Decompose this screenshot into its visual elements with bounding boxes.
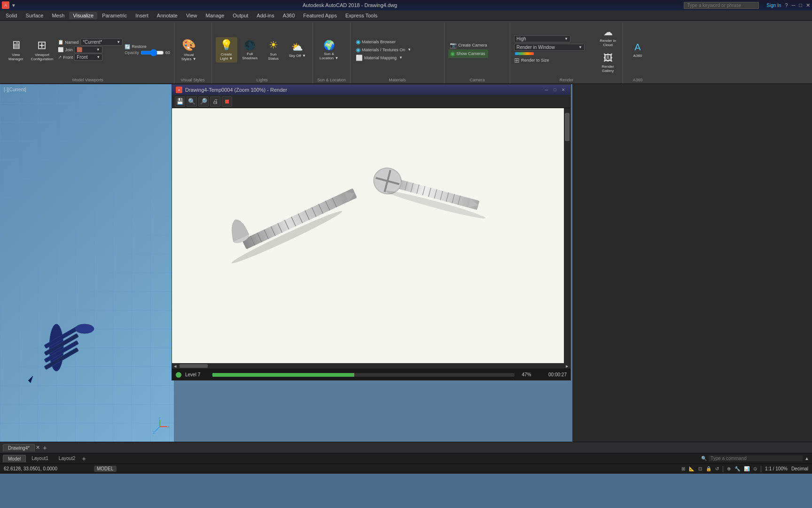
svg-point-5 [75, 324, 94, 333]
layout2-tab[interactable]: Layout2 [54, 455, 80, 462]
view-manager-label: ViewManager [8, 53, 23, 61]
menu-manage[interactable]: Manage [202, 12, 228, 19]
opacity-slider[interactable] [141, 50, 164, 56]
command-input[interactable] [709, 455, 803, 461]
materials-textures-btn[interactable]: ◉ Materials / Textures On ▼ [354, 46, 413, 54]
sun-location-btn[interactable]: 🌍 Sun &Location ▼ [317, 38, 341, 62]
render-restore-btn[interactable]: □ [552, 87, 558, 93]
menu-solid[interactable]: Solid [2, 12, 21, 19]
help-icon[interactable]: ? [785, 2, 788, 8]
menu-visualize[interactable]: Visualize [69, 12, 97, 19]
menu-surface[interactable]: Surface [22, 12, 47, 19]
quality-dropdown[interactable]: High ▼ [514, 35, 570, 42]
viewport-config-btn[interactable]: ⊞ ViewportConfiguration [28, 37, 56, 63]
sun-content: 🌍 Sun &Location ▼ [316, 23, 347, 77]
menu-addins[interactable]: Add-ins [253, 12, 278, 19]
command-expand-icon[interactable]: ▲ [804, 456, 809, 461]
show-cameras-btn[interactable]: ◉ Show Cameras [448, 49, 489, 58]
sun-location-icon: 🌍 [323, 40, 335, 51]
camera-label: Camera [447, 77, 507, 83]
close-btn[interactable]: ✕ [806, 2, 810, 8]
render-cloud-btn[interactable]: ☁ Render inCloud [597, 24, 619, 49]
status-icon-6[interactable]: ⊕ [727, 466, 731, 471]
create-light-btn[interactable]: 💡 CreateLight ▼ [216, 37, 237, 63]
add-layout-btn[interactable]: + [82, 455, 86, 462]
render-cloud-icon: ☁ [603, 26, 613, 38]
status-icon-4[interactable]: 🔒 [706, 466, 711, 471]
render-stop-btn[interactable]: ⏹ [222, 96, 232, 107]
render-window-dropdown[interactable]: Render in Window ▼ [514, 44, 585, 51]
scrollbar-thumb-v[interactable] [565, 113, 570, 141]
status-icon-8[interactable]: 📊 [744, 466, 750, 471]
menu-parametric[interactable]: Parametric [98, 12, 131, 19]
front-label[interactable]: Front [63, 55, 73, 60]
status-icon-3[interactable]: ⊡ [698, 466, 702, 471]
layout1-tab[interactable]: Layout1 [27, 455, 53, 462]
menu-annotate[interactable]: Annotate [153, 12, 181, 19]
status-icon-5[interactable]: ↺ [715, 466, 719, 471]
render-gallery-btn[interactable]: 🖼 RenderGallery [597, 51, 619, 75]
sky-off-btn[interactable]: ⛅ Sky Off ▼ [286, 40, 309, 60]
menu-view[interactable]: View [182, 12, 201, 19]
render-close-btn[interactable]: ✕ [560, 87, 567, 93]
front-dropdown[interactable]: Front ▼ [74, 54, 102, 61]
add-drawing-btn[interactable]: + [43, 444, 47, 452]
status-icon-1[interactable]: ⊞ [681, 466, 685, 471]
join-arrow: ▼ [96, 48, 100, 52]
scroll-left-btn[interactable]: ◂ [172, 363, 179, 369]
title-bar-left: A ▼ [2, 1, 16, 9]
status-icon-2[interactable]: 📐 [689, 466, 695, 471]
close-drawing-btn[interactable]: ✕ [36, 444, 40, 451]
visual-styles-btn[interactable]: 🎨 VisualStyles ▼ [178, 37, 200, 63]
join-label[interactable]: Join [65, 48, 73, 52]
render-window-arrow: ▼ [578, 45, 582, 49]
render-to-size-label[interactable]: Render to Size [521, 58, 549, 63]
progress-track [212, 373, 515, 377]
join-dropdown[interactable]: 🟫 ▼ [74, 46, 102, 53]
status-icon-9[interactable]: ⊙ [753, 466, 757, 471]
sign-in-btn[interactable]: Sign In [766, 3, 781, 8]
scale-label[interactable]: 1:1 / 100% [765, 466, 788, 471]
full-shadows-btn[interactable]: 🌑 FullShadows [239, 38, 261, 62]
material-mapping-btn[interactable]: ⬜ Material Mapping ▼ [354, 54, 413, 62]
materials-content: ◉ Materials Browser ◉ Materials / Textur… [353, 23, 441, 77]
menu-a360[interactable]: A360 [279, 12, 299, 19]
named-dropdown[interactable]: *Current* ▼ [80, 39, 123, 46]
restore-label[interactable]: Restore [132, 44, 147, 49]
app-icon: A [2, 1, 9, 9]
render-minimize-btn[interactable]: ─ [543, 87, 550, 93]
menu-express[interactable]: Express Tools [342, 12, 381, 19]
menu-insert[interactable]: Insert [132, 12, 152, 19]
render-scrollbar-v[interactable] [564, 108, 570, 363]
sun-status-btn[interactable]: ☀ SunStatus [263, 37, 284, 63]
menu-output[interactable]: Output [229, 12, 252, 19]
cad-viewport[interactable]: [-][Current] X [0, 84, 174, 442]
render-zoom-in-btn[interactable]: 🔍 [187, 96, 197, 107]
view-manager-btn[interactable]: 🖥 ViewManager [6, 37, 26, 63]
progress-fill [212, 373, 354, 377]
menu-featured[interactable]: Featured Apps [299, 12, 341, 19]
materials-rows: ◉ Materials Browser ◉ Materials / Textur… [354, 38, 413, 62]
materials-browser-icon: ◉ [356, 39, 360, 45]
a360-btn[interactable]: A A360 [627, 40, 648, 60]
menu-mesh[interactable]: Mesh [48, 12, 68, 19]
scrollbar-thumb-h[interactable] [180, 364, 208, 368]
minimize-btn[interactable]: ─ [792, 2, 796, 8]
search-input[interactable] [684, 2, 759, 9]
model-tab[interactable]: Model [3, 455, 26, 462]
render-cloud-rows: ☁ Render inCloud 🖼 RenderGallery [597, 24, 619, 75]
drawing-tab[interactable]: Drawing4* [3, 444, 35, 452]
named-value: *Current* [83, 40, 102, 45]
scroll-right-btn[interactable]: ▸ [564, 363, 570, 369]
render-zoom-out-btn[interactable]: 🔎 [198, 96, 209, 107]
maximize-btn[interactable]: □ [799, 2, 802, 8]
status-icon-7[interactable]: 🔧 [734, 466, 740, 471]
model-status[interactable]: MODEL [94, 466, 117, 472]
render-save-btn[interactable]: 💾 [175, 96, 185, 107]
render-print-btn[interactable]: 🖨 [210, 96, 220, 107]
materials-browser-btn[interactable]: ◉ Materials Browser [354, 38, 413, 46]
visual-styles-icon: 🎨 [182, 39, 196, 52]
render-scrollbar-h[interactable]: ◂ ▸ [172, 363, 570, 369]
create-camera-btn[interactable]: 📷 Create Camera [448, 41, 489, 49]
decimal-label[interactable]: Decimal [791, 466, 808, 471]
